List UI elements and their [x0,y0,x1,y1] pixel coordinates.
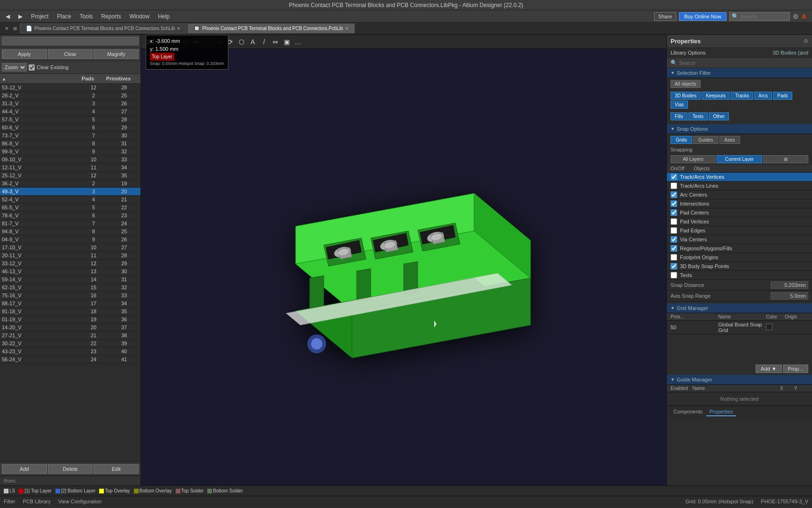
share-button[interactable]: Share [654,12,676,21]
list-item[interactable]: 75-16_V 16 33 [0,292,141,300]
snap-object-checkbox[interactable] [671,272,677,278]
layer-bottom[interactable]: [2] Bottom Layer [55,488,95,493]
snap-options-header[interactable]: ▼ Snap Options [667,124,812,134]
settings-icon[interactable]: ⚙ [793,13,799,20]
list-item[interactable]: 99-9_V 9 32 [0,148,141,156]
snap-grids[interactable]: Grids [671,136,692,144]
list-item[interactable]: 12-11_V 11 34 [0,164,141,172]
list-item[interactable]: 36-2_V 2 19 [0,180,141,188]
list-item[interactable]: 01-19_V 19 36 [0,316,141,324]
pcblib-close[interactable]: ✕ [345,26,349,31]
menu-forward[interactable]: ▶ [15,12,26,21]
more-icon[interactable]: … [293,37,303,47]
snap-distance-value[interactable]: 0.203mm [771,281,808,289]
snap-object-row[interactable]: Pad Centers [667,208,812,217]
text-icon[interactable]: A [248,37,258,47]
list-item[interactable]: 27-21_V 21 38 [0,332,141,340]
clear-button[interactable]: Clear [48,49,93,59]
rect2-icon[interactable]: ▣ [281,37,292,47]
menu-back[interactable]: ◀ [2,12,14,21]
filter-fills[interactable]: Fills [671,112,687,120]
clear-existing-checkbox[interactable] [29,64,35,71]
snap-axes[interactable]: Axes [719,136,740,144]
prop-btn[interactable]: Prop... [783,365,808,373]
right-search-input[interactable] [679,60,808,66]
list-item[interactable]: 25-12_V 12 35 [0,172,141,180]
edit-button[interactable]: Edit [94,464,139,474]
tab-schlib[interactable]: 📄 Phoenix Contact PCB Terminal Blocks an… [20,24,187,33]
properties-tab[interactable]: Properties [706,408,735,416]
list-item[interactable]: 20-11_V 11 28 [0,252,141,260]
filter-keepouts[interactable]: Keepouts [702,92,730,100]
apply-button[interactable]: Apply [2,49,47,59]
filter-all-objects[interactable]: All objects [671,80,701,88]
expand-icon[interactable]: ⊞ [11,26,19,31]
snap-object-row[interactable]: Intersections [667,199,812,208]
snap-object-row[interactable]: Arc Centers [667,190,812,199]
snap-guides[interactable]: Guides [693,136,718,144]
layer-top-solder[interactable]: Top Solder [176,488,204,493]
list-item[interactable]: 52-4_V 4 21 [0,196,141,204]
polygon-icon[interactable]: ⬡ [236,37,247,47]
add-button[interactable]: Add [2,464,47,474]
tab-pcblib[interactable]: 🔲 Phoenix Contact PCB Terminal Blocks an… [187,24,354,33]
layer-ls[interactable]: LS [4,488,15,493]
snap-object-row[interactable]: Pad Edges [667,226,812,235]
list-item[interactable]: 91-18_V 18 35 [0,308,141,316]
list-item[interactable]: 53-12_V 12 28 [0,84,141,92]
filter-vias[interactable]: Vias [671,101,688,109]
snap-object-row[interactable]: Track/Arcs Lines [667,182,812,190]
list-item[interactable]: 59-14_V 14 31 [0,276,141,284]
list-item[interactable]: 31-3_V 3 26 [0,100,141,108]
list-item[interactable]: 17-10_V 10 27 [0,244,141,252]
list-item[interactable]: 30-22_V 22 39 [0,340,141,348]
snap-object-row[interactable]: 3D Body Snap Points [667,262,812,271]
list-item[interactable]: 62-15_V 15 32 [0,284,141,292]
add-grid-btn[interactable]: Add ▼ [756,365,782,373]
filter-status[interactable]: Filter [4,499,15,504]
snap-object-checkbox[interactable] [671,209,677,216]
list-item[interactable]: 46-13_V 13 30 [0,268,141,276]
layer-top[interactable]: [1] Top Layer [19,488,52,493]
menu-help[interactable]: Help [154,12,173,21]
col-sort[interactable]: ▲ [0,75,74,82]
guide-manager-header[interactable]: ▼ Guide Manager [667,375,812,385]
snap-object-checkbox[interactable] [671,254,677,261]
center-panel[interactable]: ⊞ ↺ ✛ □ ✂ ⌒ ○ ⟳ ⬡ A / ⇔ ▣ … x: -3.600 mm… [141,35,666,485]
all-layers-btn[interactable]: All Layers [671,155,716,163]
list-item[interactable]: 86-8_V 8 31 [0,140,141,148]
snap-object-row[interactable]: Pad Vertices [667,217,812,226]
snap-object-checkbox[interactable] [671,200,677,207]
magnify-button[interactable]: Magnify [94,49,139,59]
layer-bottom-solder[interactable]: Bottom Solder [207,488,242,493]
list-item[interactable]: 43-23_V 23 40 [0,348,141,356]
list-item[interactable]: 60-6_V 6 29 [0,124,141,132]
list-item[interactable]: 09-10_V 10 33 [0,156,141,164]
schlib-close[interactable]: ✕ [177,26,180,31]
list-item[interactable]: 28-2_V 2 25 [0,92,141,100]
snap-object-row[interactable]: Footprint Origins [667,253,812,262]
axis-snap-value[interactable]: 5.0mm [771,292,808,300]
list-item[interactable]: 44-4_V 4 27 [0,108,141,116]
snap-object-checkbox[interactable] [671,191,677,198]
grid-manager-header[interactable]: ▼ Grid Manager [667,303,812,313]
list-item[interactable]: 94-8_V 8 25 [0,228,141,236]
measure-icon[interactable]: ⇔ [270,37,281,47]
zoom-select[interactable]: Zoom [2,63,27,71]
list-item[interactable]: 14-20_V 20 37 [0,324,141,332]
snap-object-checkbox[interactable] [671,245,677,252]
list-item[interactable]: 33-12_V 12 29 [0,260,141,268]
filter-3d-bodies[interactable]: 3D Bodies [671,92,701,100]
filter-tracks[interactable]: Tracks [731,92,753,100]
menu-window[interactable]: Window [125,12,153,21]
list-item[interactable]: 49-3_V 3 20 [0,188,141,196]
filter-other[interactable]: Other [709,112,729,120]
list-item[interactable]: 65-5_V 5 22 [0,204,141,212]
components-tab[interactable]: Components [671,408,705,416]
pcb-library-status[interactable]: PCB Library [23,499,50,504]
current-layer-btn[interactable]: Current Layer [717,155,762,163]
list-item[interactable]: 73-7_V 7 30 [0,132,141,140]
list-body[interactable]: 53-12_V 12 28 28-2_V 2 25 31-3_V 3 26 44… [0,84,141,462]
filter-texts[interactable]: Texts [688,112,708,120]
snap-object-row[interactable]: Via Centers [667,235,812,244]
